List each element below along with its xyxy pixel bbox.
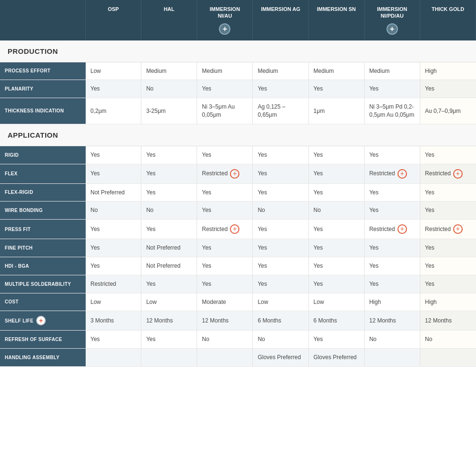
data-cell: Yes xyxy=(309,257,365,275)
cell-value: Restricted xyxy=(425,225,451,233)
data-cell: Yes xyxy=(309,164,365,183)
cell-value: 12 Months xyxy=(425,317,452,325)
header-col-label-hal: HAL xyxy=(164,6,175,12)
table-row: MULTIPLE SOLDERABILITYRestrictedYesYesYe… xyxy=(0,275,476,293)
cell-value: Yes xyxy=(90,85,100,93)
header-col-label-imm_sn: IMMERSION SN xyxy=(317,6,356,12)
data-cell: 0,2μm xyxy=(86,98,141,124)
cell-value: 12 Months xyxy=(369,317,396,325)
cell-value: Yes xyxy=(425,280,435,288)
cell-value: Yes xyxy=(202,85,211,93)
cell-value: Yes xyxy=(258,170,267,178)
data-cell xyxy=(141,349,197,366)
cell-value: 12 Months xyxy=(146,317,173,325)
cell-value: Yes xyxy=(314,280,323,288)
data-cell: 1μm xyxy=(309,98,365,124)
data-cell: Yes xyxy=(141,275,197,293)
data-cell: Restricted+ xyxy=(197,220,253,239)
cell-plus-btn[interactable]: + xyxy=(397,169,407,179)
cell-value: Moderate xyxy=(202,298,226,306)
cell-value: Yes xyxy=(369,85,379,93)
section-application: APPLICATION xyxy=(0,124,476,146)
data-cell: Yes xyxy=(86,146,141,164)
header-plus-btn-imm_ni_pd_au[interactable]: + xyxy=(387,23,398,35)
cell-plus-btn[interactable]: + xyxy=(230,224,239,234)
data-cell: Yes xyxy=(86,239,141,257)
cell-value: Gloves Preferred xyxy=(314,353,357,362)
data-cell xyxy=(86,349,141,366)
cell-value: Yes xyxy=(369,262,379,270)
data-cell: No xyxy=(253,201,308,219)
data-cell xyxy=(365,349,420,366)
cell-plus-btn[interactable]: + xyxy=(453,169,463,179)
row-label-text: PROCESS EFFORT xyxy=(5,68,50,74)
row-label-text: HANDLING ASSEMBLY xyxy=(5,354,60,361)
cell-plus-btn[interactable]: + xyxy=(453,224,463,234)
table-row: PROCESS EFFORTLowMediumMediumMediumMediu… xyxy=(0,62,476,81)
cell-value: Yes xyxy=(146,335,156,343)
data-cell: Restricted+ xyxy=(365,164,420,183)
header-plus-btn-imm_ni_au[interactable]: + xyxy=(219,23,230,35)
data-cell: Yes xyxy=(197,239,253,257)
row-label-text: PLANARITY xyxy=(5,86,33,92)
data-cell: Yes xyxy=(141,184,197,201)
cell-value: No xyxy=(314,206,321,214)
cell-value: Low xyxy=(314,298,324,306)
data-cell: 12 Months xyxy=(197,311,253,330)
row-label-shelf-life: SHELF LIFE+ xyxy=(0,311,86,330)
cell-plus-btn[interactable]: + xyxy=(230,169,239,179)
cell-value: Medium xyxy=(258,67,278,75)
row-label-plus-btn[interactable]: + xyxy=(36,316,46,325)
row-label-text: REFRESH OF SURFACE xyxy=(5,336,62,342)
cell-value: Yes xyxy=(90,262,100,270)
cell-value: No xyxy=(90,206,98,214)
data-cell: Yes xyxy=(420,201,476,219)
table-row: FLEXYesYesRestricted+YesYesRestricted+Re… xyxy=(0,164,476,184)
data-cell: Yes xyxy=(420,80,476,98)
cell-plus-btn[interactable]: + xyxy=(397,224,407,234)
cell-value: Yes xyxy=(369,280,379,288)
data-cell: Not Preferred xyxy=(141,239,197,257)
header-col-osp: OSP xyxy=(86,0,141,40)
cell-value: No xyxy=(146,85,153,93)
cell-value: Yes xyxy=(146,189,156,197)
data-cell: Yes xyxy=(253,275,308,293)
data-cell: Yes xyxy=(253,257,308,275)
row-label-fine-pitch: FINE PITCH xyxy=(0,239,86,257)
cell-value: Yes xyxy=(258,85,267,93)
data-cell: Yes xyxy=(309,239,365,257)
cell-value: High xyxy=(425,67,437,75)
comparison-table: OSPHALIMMERSION NI/AU+IMMERSION AGIMMERS… xyxy=(0,0,476,367)
data-cell: Not Preferred xyxy=(86,184,141,201)
table-header: OSPHALIMMERSION NI/AU+IMMERSION AGIMMERS… xyxy=(0,0,476,40)
cell-value: No xyxy=(258,335,265,343)
data-cell: Yes xyxy=(253,80,308,98)
cell-value: Restricted xyxy=(202,170,228,178)
cell-value: Yes xyxy=(146,225,156,233)
data-cell: Yes xyxy=(309,275,365,293)
cell-value: No xyxy=(258,206,265,214)
row-label-cost: COST xyxy=(0,293,86,311)
data-cell: Yes xyxy=(141,220,197,239)
table-row: HANDLING ASSEMBLYGloves PreferredGloves … xyxy=(0,349,476,367)
cell-value: Low xyxy=(90,298,101,306)
data-cell: Restricted+ xyxy=(420,220,476,239)
data-cell: Low xyxy=(141,293,197,311)
cell-value: Yes xyxy=(258,280,267,288)
cell-value: Ag 0,125 – 0,65μm xyxy=(258,103,303,119)
data-cell: 3-25μm xyxy=(141,98,197,124)
row-label-text: FLEX-RIGID xyxy=(5,189,33,195)
cell-value: Yes xyxy=(314,262,323,270)
cell-value: Yes xyxy=(202,280,211,288)
cell-value: Medium xyxy=(314,67,334,75)
table-body: PRODUCTIONPROCESS EFFORTLowMediumMediumM… xyxy=(0,40,476,367)
row-label-flex: FLEX xyxy=(0,164,86,183)
data-cell: Ni 3–5μm Au 0,05μm xyxy=(197,98,253,124)
data-cell: Yes xyxy=(309,80,365,98)
cell-value: Restricted xyxy=(425,170,451,178)
header-col-thick_gold: THICK GOLD xyxy=(420,0,476,40)
table-row: PRESS FITYesYesRestricted+YesYesRestrict… xyxy=(0,220,476,239)
data-cell: Yes xyxy=(86,164,141,183)
data-cell: Medium xyxy=(253,62,308,80)
data-cell: Yes xyxy=(197,184,253,201)
